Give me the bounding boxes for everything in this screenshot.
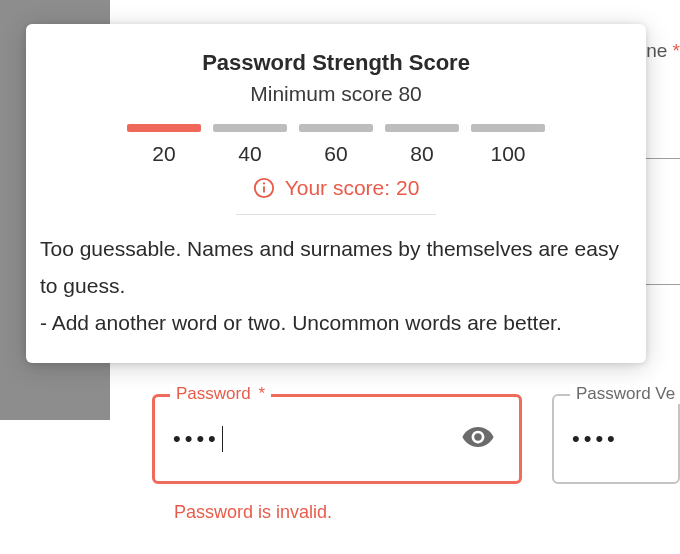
score-line: Your score: 20	[38, 176, 634, 200]
popover-message: Too guessable. Names and surnames by the…	[38, 231, 634, 341]
password-verify-input[interactable]: ••••	[552, 394, 680, 484]
strength-label-60: 60	[299, 142, 373, 166]
strength-segment-100: 100	[471, 124, 545, 166]
strength-meter: 20 40 60 80 100	[38, 124, 634, 166]
password-verify-masked-value: ••••	[572, 426, 619, 452]
password-strength-popover: Password Strength Score Minimum score 80…	[26, 24, 646, 363]
strength-bar-80	[385, 124, 459, 132]
strength-label-20: 20	[127, 142, 201, 166]
eye-icon[interactable]	[461, 420, 495, 458]
info-icon	[253, 177, 275, 199]
password-masked-value: ••••	[173, 426, 223, 452]
strength-label-40: 40	[213, 142, 287, 166]
text-cursor	[222, 426, 223, 452]
password-label: Password *	[170, 384, 271, 404]
password-dots: ••••	[173, 426, 220, 452]
fields-area: Password * •••• Password is invalid. Pas…	[152, 386, 680, 523]
score-text: Your score: 20	[285, 176, 420, 200]
strength-segment-40: 40	[213, 124, 287, 166]
password-error: Password is invalid.	[174, 502, 522, 523]
password-verify-label: Password Ve	[570, 384, 680, 404]
password-input[interactable]: ••••	[152, 394, 522, 484]
background-label-text: ne	[646, 40, 667, 61]
required-asterisk: *	[258, 384, 265, 403]
password-label-text: Password	[176, 384, 251, 403]
strength-bar-40	[213, 124, 287, 132]
popover-title: Password Strength Score	[38, 50, 634, 76]
message-line-2: - Add another word or two. Uncommon word…	[40, 305, 632, 342]
strength-segment-20: 20	[127, 124, 201, 166]
required-asterisk: *	[673, 40, 680, 61]
password-verify-field: Password Ve ••••	[552, 386, 680, 523]
background-label-fragment: ne *	[646, 40, 680, 62]
strength-label-80: 80	[385, 142, 459, 166]
message-line-1: Too guessable. Names and surnames by the…	[40, 231, 632, 305]
password-verify-label-text: Password Ve	[576, 384, 675, 403]
strength-segment-80: 80	[385, 124, 459, 166]
strength-bar-100	[471, 124, 545, 132]
strength-bar-60	[299, 124, 373, 132]
strength-label-100: 100	[471, 142, 545, 166]
strength-segment-60: 60	[299, 124, 373, 166]
password-field: Password * •••• Password is invalid.	[152, 386, 522, 523]
svg-point-2	[263, 182, 265, 184]
strength-bar-20	[127, 124, 201, 132]
popover-divider	[236, 214, 436, 215]
popover-subtitle: Minimum score 80	[38, 82, 634, 106]
